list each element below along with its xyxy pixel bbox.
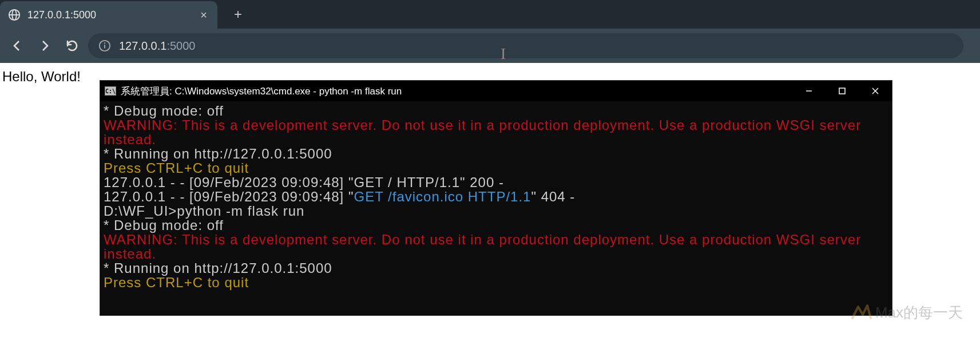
close-button[interactable] [859,81,892,101]
svg-rect-7 [839,88,845,94]
cmd-line: * Running on http://127.0.0.1:5000 [104,146,888,161]
watermark: Max的每一天 [850,301,963,324]
maximize-button[interactable] [826,81,859,101]
cmd-title: 系統管理員: C:\Windows\system32\cmd.exe - pyt… [121,85,788,98]
window-controls [792,81,892,101]
cmd-window: C:\ 系統管理員: C:\Windows\system32\cmd.exe -… [100,80,892,316]
reload-button[interactable] [61,34,84,57]
cmd-line: D:\WF_UI>python -m flask run [104,204,888,218]
new-tab-button[interactable]: + [228,4,248,25]
globe-icon [8,9,21,21]
tab-bar: 127.0.0.1:5000 × + [0,0,980,29]
close-tab-icon[interactable]: × [198,9,209,21]
address-bar[interactable]: 127.0.0.1:5000 [88,33,963,58]
watermark-logo-icon [850,301,873,324]
cmd-icon: C:\ [105,86,116,96]
cmd-line: WARNING: This is a development server. D… [104,118,888,146]
cmd-line: 127.0.0.1 - - [09/Feb/2023 09:09:48] "GE… [104,175,888,189]
cmd-line: * Debug mode: off [104,218,888,232]
minimize-button[interactable] [792,81,826,101]
svg-point-5 [104,42,105,43]
cmd-line: 127.0.0.1 - - [09/Feb/2023 09:09:48] "GE… [104,189,888,204]
cmd-titlebar[interactable]: C:\ 系統管理員: C:\Windows\system32\cmd.exe -… [100,81,892,101]
cmd-line: * Debug mode: off [104,104,888,118]
text-cursor-icon: I [501,45,506,63]
cmd-line: WARNING: This is a development server. D… [104,232,888,261]
forward-button[interactable] [33,34,56,57]
site-info-icon[interactable] [98,39,111,52]
browser-tab[interactable]: 127.0.0.1:5000 × [0,1,217,29]
cmd-line: * Running on http://127.0.0.1:5000 [104,261,888,275]
nav-bar: 127.0.0.1:5000 [0,29,980,63]
back-button[interactable] [6,34,29,57]
cmd-line: Press CTRL+C to quit [104,161,888,175]
watermark-text: Max的每一天 [875,303,963,323]
url-text: 127.0.0.1:5000 [119,39,195,53]
browser-chrome: 127.0.0.1:5000 × + 127.0.0.1:5000 [0,0,980,63]
hello-text: Hello, World! [2,69,81,84]
cmd-line: Press CTRL+C to quit [104,275,888,290]
cmd-output[interactable]: * Debug mode: off WARNING: This is a dev… [100,101,892,315]
tab-title: 127.0.0.1:5000 [27,9,191,21]
